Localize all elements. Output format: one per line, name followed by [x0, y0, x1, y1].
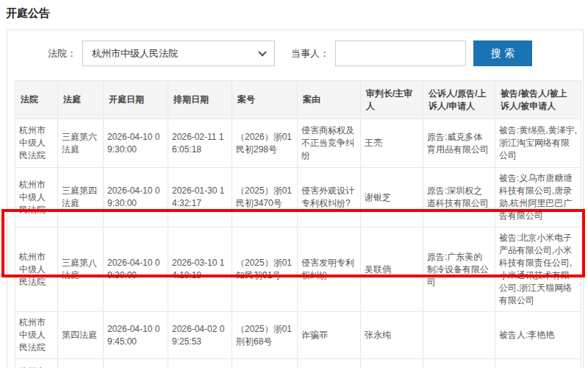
cell-court: 杭州市中级人民法院 [15, 227, 58, 312]
table-row-highlighted: 杭州市中级人民法院 三庭第八法庭 2026-04-10 09:30:00 202… [15, 227, 581, 312]
col-header-hearing-date: 开庭日期 [104, 81, 168, 119]
cell-courtroom: 第十一法庭 [58, 359, 104, 368]
cell-hearing-date: 2026-04-10 09:30:00 [104, 227, 168, 312]
cell-court: 杭州市中级人民法院 [15, 119, 58, 168]
cell-cause: 侵害外观设计专利权纠纷? [298, 168, 361, 227]
party-input[interactable] [335, 40, 466, 66]
chevron-down-icon [258, 48, 266, 56]
page-title: 开庭公告 [6, 7, 50, 21]
cell-schedule-date: 2026-03-10 14:18:18 [168, 227, 232, 312]
col-header-defendant: 被告/被告人/被上诉人/被申请人 [495, 81, 581, 119]
col-header-court: 法院 [15, 81, 58, 119]
cell-cause: 劳务合同纠纷 [298, 359, 361, 368]
cell-judge: 周志军 [361, 359, 423, 368]
cell-courtroom: 三庭第四法庭 [58, 168, 104, 227]
col-header-plaintiff: 公诉人/原告/上诉人/申请人 [423, 81, 495, 119]
hearing-announcements-page: 开庭公告 法院： 杭州市中级人民法院 当事人： 搜 索 法院 法 [0, 0, 588, 368]
cell-hearing-date: 2026-04-10 09:30:00 [104, 119, 168, 168]
cell-courtroom: 第四法庭 [58, 312, 104, 359]
col-header-schedule-date: 排期日期 [168, 81, 232, 119]
cell-court: 杭州市中级人民法院 [15, 359, 58, 368]
table-header-row: 法院 法庭 开庭日期 排期日期 案号 案由 审判长/主审人 公诉人/原告/上诉人… [15, 81, 581, 119]
content-panel: 法院： 杭州市中级人民法院 当事人： 搜 索 法院 法庭 开庭日期 [7, 29, 584, 368]
cell-plaintiff: 原告:广东美的制冷设备有限公司 [423, 227, 495, 312]
court-select[interactable]: 杭州市中级人民法院 [82, 40, 275, 66]
cell-hearing-date: 2026-04-10 09:30:00 [104, 168, 168, 227]
cell-case-number: （2025）浙01民初3470号 [232, 168, 298, 227]
cell-case-number: （2026）浙01民终293号 [232, 359, 298, 368]
cell-defendant: 被告:义乌市唐糖塘科技有限公司,唐录勋,杭州阿里巴巴广告有限公司 [495, 168, 581, 227]
cell-cause: 侵害商标权及不正当竞争纠纷 [298, 119, 361, 168]
col-header-judge: 审判长/主审人 [361, 81, 423, 119]
hearings-table: 法院 法庭 开庭日期 排期日期 案号 案由 审判长/主审人 公诉人/原告/上诉人… [15, 80, 581, 368]
cell-schedule-date: 2026-01-30 14:32:17 [168, 168, 232, 227]
court-label: 法院： [48, 47, 76, 60]
cell-judge: 吴联倘 [361, 227, 423, 312]
cell-defendant: 被上诉人:余俊军 [495, 359, 581, 368]
cell-cause: 侵害发明专利权纠纷 [298, 227, 361, 312]
cell-cause: 诈骗罪 [298, 312, 361, 359]
cell-case-number: （2025）浙01刑初68号 [232, 312, 298, 359]
cell-plaintiff: 原告:深圳权之道科技有限公司 [423, 168, 495, 227]
cell-plaintiff [423, 312, 495, 359]
cell-case-number: （2025）浙01知民初91号 [232, 227, 298, 312]
cell-courtroom: 三庭第六法庭 [58, 119, 104, 168]
cell-schedule-date: 2026-02-11 16:05:18 [168, 119, 232, 168]
cell-courtroom: 三庭第八法庭 [58, 227, 104, 312]
cell-court: 杭州市中级人民法院 [15, 168, 58, 227]
cell-schedule-date: 2026-03-31 10:40:35 [168, 359, 232, 368]
cell-hearing-date: 2026-04-10 09:45:00 [104, 312, 168, 359]
search-button[interactable]: 搜 索 [473, 40, 532, 66]
cell-court: 杭州市中级人民法院 [15, 312, 58, 359]
cell-judge: 张永纯 [361, 312, 423, 359]
cell-defendant: 被告:黄绵燕,黄泽宇,浙江淘宝网络有限公司 [495, 119, 581, 168]
table-row: 杭州市中级人民法院 第十一法庭 2026-04-10 09:50:00 2026… [15, 359, 581, 368]
court-select-value: 杭州市中级人民法院 [92, 47, 178, 60]
cell-hearing-date: 2026-04-10 09:50:00 [104, 359, 168, 368]
table-row: 杭州市中级人民法院 三庭第六法庭 2026-04-10 09:30:00 202… [15, 119, 581, 168]
cell-schedule-date: 2026-04-02 09:25:53 [168, 312, 232, 359]
cell-case-number: （2026）浙01民初298号 [232, 119, 298, 168]
table-row: 杭州市中级人民法院 第四法庭 2026-04-10 09:45:00 2026-… [15, 312, 581, 359]
table-row: 杭州市中级人民法院 三庭第四法庭 2026-04-10 09:30:00 202… [15, 168, 581, 227]
cell-plaintiff: 上诉人:高健 [423, 359, 495, 368]
cell-judge: 谢银芝 [361, 168, 423, 227]
cell-judge: 王亮 [361, 119, 423, 168]
col-header-case-number: 案号 [232, 81, 298, 119]
filter-bar: 法院： 杭州市中级人民法院 当事人： 搜 索 [48, 40, 576, 66]
col-header-courtroom: 法庭 [58, 81, 104, 119]
party-label: 当事人： [291, 47, 329, 60]
cell-plaintiff: 原告:威克多体育用品有限公司 [423, 119, 495, 168]
col-header-cause: 案由 [298, 81, 361, 119]
cell-defendant: 被告人:李艳艳 [495, 312, 581, 359]
cell-defendant: 被告:北京小米电子产品有限公司,小米科技有限责任公司,小米通讯技术有限公司,浙江… [495, 227, 581, 312]
